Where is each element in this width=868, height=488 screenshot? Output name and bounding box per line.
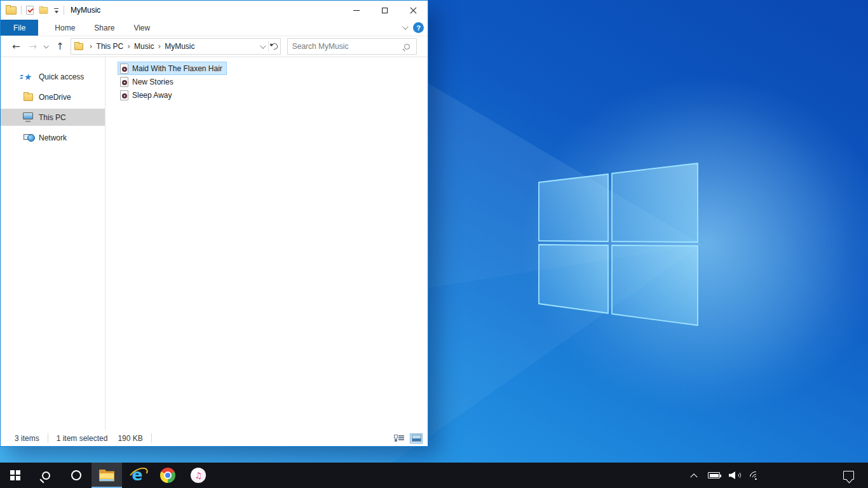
- file-explorer-icon: [99, 470, 114, 482]
- up-arrow-icon[interactable]: ↑: [56, 42, 64, 51]
- expand-ribbon-chevron-icon[interactable]: [402, 24, 409, 30]
- windows-start-icon: [10, 470, 20, 480]
- taskbar-search-button[interactable]: [31, 463, 61, 488]
- window-title: MyMusic: [71, 6, 100, 15]
- itunes-icon: [191, 468, 206, 483]
- wifi-icon[interactable]: [750, 471, 762, 480]
- status-bar: 3 items 1 item selected 190 KB: [1, 430, 428, 446]
- window-folder-icon: [6, 6, 17, 15]
- close-icon: [410, 7, 417, 14]
- file-list[interactable]: Maid With The Flaxen Hair New Stories Sl…: [105, 57, 428, 430]
- status-separator: [48, 433, 48, 443]
- taskbar-file-explorer-button[interactable]: [92, 463, 122, 488]
- status-selection-size: 190 KB: [118, 434, 142, 443]
- sidebar-item-onedrive[interactable]: OneDrive: [1, 88, 105, 105]
- title-bar[interactable]: MyMusic: [1, 1, 428, 20]
- tab-view[interactable]: View: [124, 20, 159, 36]
- breadcrumb-mymusic[interactable]: MyMusic: [165, 42, 194, 51]
- close-button[interactable]: [399, 1, 428, 20]
- start-button[interactable]: [0, 463, 31, 488]
- system-tray: [691, 463, 868, 488]
- sidebar-item-label: Network: [39, 133, 67, 142]
- file-row[interactable]: Sleep Away: [118, 88, 177, 102]
- forward-arrow-icon[interactable]: →: [29, 42, 37, 51]
- status-selection: 1 item selected: [57, 434, 108, 443]
- refresh-button[interactable]: [269, 39, 280, 54]
- file-row[interactable]: New Stories: [118, 75, 178, 88]
- cortana-button[interactable]: [61, 463, 92, 488]
- navigation-bar: ← → ↑ › This PC › Music › MyMusic: [1, 36, 428, 57]
- search-icon: [42, 471, 50, 480]
- breadcrumb-separator-icon: ›: [123, 42, 134, 51]
- maximize-icon: [382, 8, 388, 13]
- address-folder-icon: [74, 43, 83, 50]
- minimize-button[interactable]: [342, 1, 370, 20]
- battery-icon[interactable]: [708, 472, 720, 478]
- file-name: Sleep Away: [132, 91, 172, 100]
- sidebar-item-label: Quick access: [39, 72, 84, 81]
- onedrive-folder-icon: [24, 93, 33, 101]
- breadcrumb-music[interactable]: Music: [134, 42, 154, 51]
- back-arrow-icon[interactable]: ←: [12, 42, 20, 51]
- minimize-icon: [353, 10, 360, 11]
- audio-file-icon: [120, 77, 128, 87]
- tab-file[interactable]: File: [1, 20, 38, 36]
- help-icon[interactable]: [413, 22, 424, 33]
- status-separator: [151, 433, 152, 443]
- chevron-down-icon: [260, 43, 266, 49]
- file-name: Maid With The Flaxen Hair: [132, 64, 222, 73]
- file-row[interactable]: Maid With The Flaxen Hair: [118, 62, 227, 75]
- audio-file-icon: [120, 64, 128, 74]
- tab-share[interactable]: Share: [85, 20, 124, 36]
- recent-locations-chevron-icon[interactable]: [44, 43, 49, 48]
- search-input[interactable]: [292, 42, 404, 51]
- maximize-button[interactable]: [370, 1, 399, 20]
- properties-icon[interactable]: [26, 6, 34, 15]
- hidden-icons-chevron-icon[interactable]: [690, 473, 697, 480]
- navigation-pane: Quick access OneDrive This PC Network: [1, 57, 105, 430]
- audio-file-icon: [120, 90, 128, 100]
- address-bar[interactable]: › This PC › Music › MyMusic: [71, 38, 281, 55]
- volume-icon[interactable]: [729, 471, 741, 480]
- sidebar-item-this-pc[interactable]: This PC: [1, 109, 105, 126]
- sidebar-item-label: OneDrive: [39, 93, 71, 102]
- quick-access-star-icon: [24, 72, 33, 81]
- new-folder-icon[interactable]: [39, 7, 48, 13]
- taskbar-chrome-button[interactable]: [153, 463, 183, 488]
- search-box[interactable]: [287, 38, 417, 55]
- breadcrumb-separator-icon: ›: [154, 42, 165, 51]
- internet-explorer-icon: [129, 467, 146, 484]
- large-icons-view-icon[interactable]: [410, 433, 423, 444]
- titlebar-separator: [64, 6, 64, 15]
- customize-quick-access-chevron-icon[interactable]: [53, 8, 59, 13]
- breadcrumb-this-pc[interactable]: This PC: [97, 42, 124, 51]
- this-pc-monitor-icon: [23, 112, 33, 119]
- details-view-icon[interactable]: [394, 434, 404, 442]
- taskbar: [0, 463, 868, 488]
- search-icon[interactable]: [404, 44, 410, 50]
- ribbon-tab-bar: File Home Share View: [1, 20, 428, 36]
- cortana-icon: [71, 470, 81, 480]
- status-item-count: 3 items: [15, 434, 39, 443]
- sidebar-item-quick-access[interactable]: Quick access: [1, 68, 105, 85]
- chrome-icon: [160, 468, 175, 483]
- refresh-icon: [270, 42, 279, 51]
- sidebar-item-label: This PC: [39, 113, 66, 122]
- titlebar-separator: [21, 6, 22, 15]
- file-name: New Stories: [132, 78, 173, 86]
- taskbar-itunes-button[interactable]: [183, 463, 214, 488]
- sidebar-item-network[interactable]: Network: [1, 129, 105, 146]
- explorer-content: Quick access OneDrive This PC Network: [1, 57, 428, 430]
- tab-home[interactable]: Home: [45, 20, 85, 36]
- action-center-icon[interactable]: [843, 471, 854, 480]
- taskbar-internet-explorer-button[interactable]: [122, 463, 153, 488]
- caption-buttons: [342, 1, 428, 20]
- desktop[interactable]: MyMusic File Home Share View ← → ↑: [0, 0, 868, 488]
- file-explorer-window: MyMusic File Home Share View ← → ↑: [0, 0, 428, 447]
- address-dropdown-button[interactable]: [257, 39, 268, 54]
- network-icon: [24, 134, 32, 140]
- breadcrumb-separator-icon: ›: [86, 42, 97, 51]
